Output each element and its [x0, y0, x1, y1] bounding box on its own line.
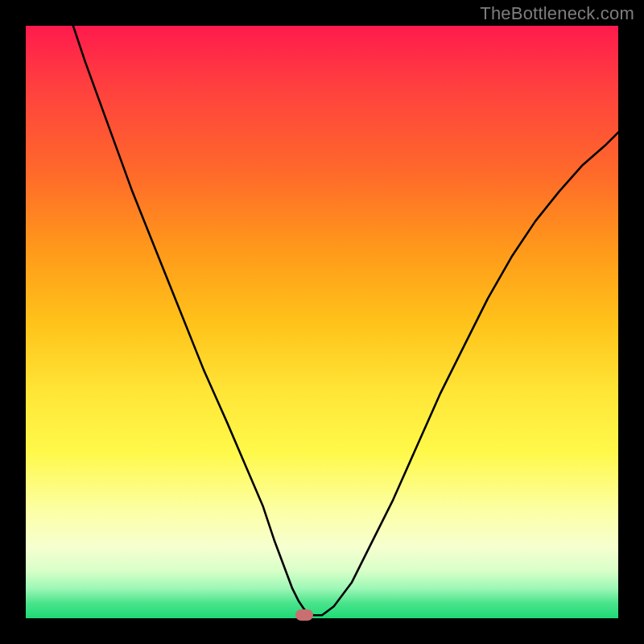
plot-area: [26, 26, 618, 618]
watermark-text: TheBottleneck.com: [480, 3, 634, 24]
chart-curve: [26, 26, 618, 618]
chart-frame: TheBottleneck.com: [0, 0, 644, 644]
bottleneck-marker: [295, 609, 313, 621]
